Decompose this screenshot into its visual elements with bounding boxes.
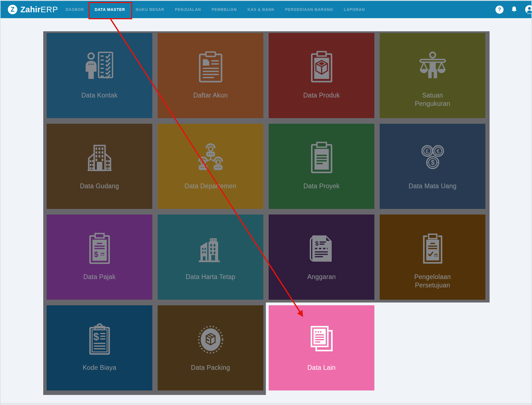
tile-data-produk[interactable]: Data Produk [269, 33, 374, 118]
product-box-clipboard-icon [305, 50, 339, 84]
tile-data-proyek[interactable]: Data Proyek [269, 124, 374, 209]
tile-label: Anggaran [307, 273, 336, 281]
tile-label: Data Lain [307, 363, 336, 372]
currency-coins-icon [416, 141, 450, 175]
topbar-actions: ? [495, 1, 530, 18]
project-clipboard-icon [305, 141, 339, 175]
notifications-bell-icon[interactable] [510, 6, 518, 13]
org-chart-icon [194, 141, 228, 175]
tile-label: Daftar Akun [193, 91, 228, 99]
budget-invoice-icon [305, 232, 339, 266]
nav-item-data-master[interactable]: DATA MASTER [89, 1, 130, 18]
help-button[interactable]: ? [495, 6, 504, 14]
zahir-logo-icon: Z [8, 5, 17, 14]
packing-box-stamp-icon [194, 323, 228, 357]
app-window: Z ZahirERP DASBORDATA MASTERBUKU BESARPE… [0, 0, 532, 405]
question-mark-icon: ? [498, 6, 501, 13]
nav-item-kas-bank[interactable]: KAS & BANK [242, 1, 280, 18]
warehouse-building-icon [83, 141, 117, 175]
tile-label: Data Mata Uang [409, 182, 457, 190]
tile-label: Data Gudang [80, 182, 119, 190]
account-clipboard-icon [194, 50, 228, 84]
tile-data-pajak[interactable]: Data Pajak [47, 215, 152, 300]
tile-label: Data Produk [303, 91, 340, 99]
brand-text: ZahirERP [20, 5, 58, 14]
logo-letter: Z [11, 6, 15, 13]
fixed-asset-buildings-icon [194, 232, 228, 266]
tile-data-kontak[interactable]: Data Kontak [47, 33, 152, 118]
nav-item-buku-besar[interactable]: BUKU BESAR [130, 1, 169, 18]
tile-data-packing[interactable]: Data Packing [158, 305, 263, 390]
tax-clipboard-icon [83, 232, 117, 266]
tile-label: Data Pajak [83, 273, 116, 281]
tile-pengelolaan-persetujuan[interactable]: PengelolaanPersetujuan [380, 215, 485, 300]
other-documents-icon [305, 323, 339, 357]
brand-zahir: Zahir [20, 5, 40, 14]
nav-item-dasbor[interactable]: DASBOR [60, 1, 89, 18]
tile-data-gudang[interactable]: Data Gudang [47, 124, 152, 209]
main-nav: DASBORDATA MASTERBUKU BESARPENJUALANPEMB… [60, 1, 370, 18]
tile-label: Kode Biaya [83, 363, 116, 372]
nav-item-pembelian[interactable]: PEMBELIAN [206, 1, 242, 18]
tile-kode-biaya[interactable]: Kode Biaya [47, 305, 152, 390]
nav-item-persediaan-barang[interactable]: PERSEDIAAN BARANG [280, 1, 338, 18]
brand[interactable]: Z ZahirERP [8, 5, 58, 14]
measurement-scales-icon [416, 50, 450, 84]
contact-checklist-icon [83, 50, 117, 84]
tile-label: Data Kontak [81, 91, 118, 99]
tile-data-departemen[interactable]: Data Departemen [158, 124, 263, 209]
tile-label: Data Departemen [184, 182, 236, 190]
tile-data-mata-uang[interactable]: Data Mata Uang [380, 124, 485, 209]
topbar: Z ZahirERP DASBORDATA MASTERBUKU BESARPE… [1, 1, 531, 18]
tile-label: Data Packing [191, 363, 230, 372]
tile-satuan-pengukuran[interactable]: SatuanPengukuran [380, 33, 485, 118]
brand-erp: ERP [40, 5, 58, 14]
user-avatar-icon[interactable] [525, 5, 532, 14]
nav-item-laporan[interactable]: LAPORAN [338, 1, 370, 18]
tile-label: SatuanPengukuran [415, 91, 450, 108]
tile-data-lain[interactable]: Data Lain [269, 305, 374, 390]
tile-anggaran[interactable]: Anggaran [269, 215, 374, 300]
cost-code-clipboard-icon [83, 323, 117, 357]
tile-label: Data Proyek [304, 182, 340, 190]
tile-data-harta-tetap[interactable]: Data Harta Tetap [158, 215, 263, 300]
tile-label: Data Harta Tetap [186, 273, 235, 281]
tile-label: PengelolaanPersetujuan [414, 273, 451, 289]
nav-item-penjualan[interactable]: PENJUALAN [170, 1, 206, 18]
tile-daftar-akun[interactable]: Daftar Akun [158, 33, 263, 118]
approval-clipboard-icon [416, 232, 450, 266]
